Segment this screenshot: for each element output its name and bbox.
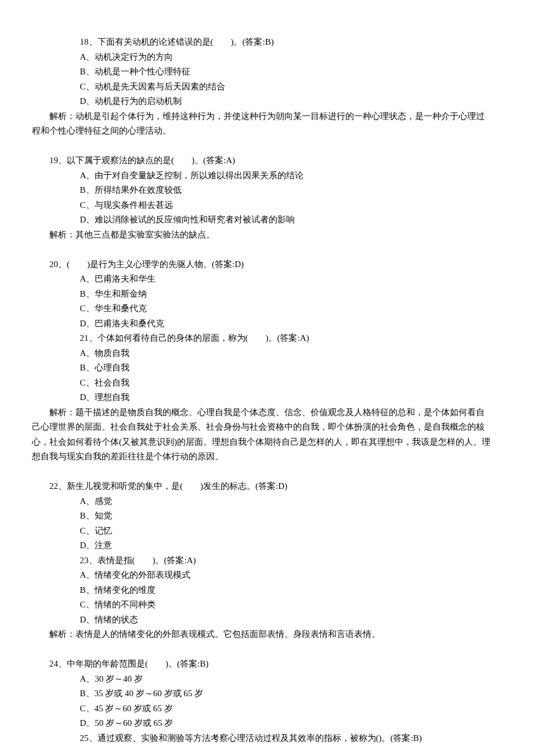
q24-option-a: A、30 岁～40 岁	[32, 672, 502, 687]
q20-option-c: C、华生和桑代克	[32, 301, 502, 316]
q22-stem: 22、新生儿视觉和听觉的集中，是( )发生的标志。(答案:D)	[32, 479, 502, 494]
q21-option-b: B、心理自我	[32, 361, 502, 376]
q18-option-c: C、动机是先天因素与后天因素的结合	[32, 80, 502, 95]
q21-explain-l2: 己心理世界的层面。社会自我处于社会关系、社会身份与社会资格中的自我，即个体扮演的…	[32, 420, 502, 435]
q19-option-a: A、由于对自变量缺乏控制，所以难以得出因果关系的结论	[32, 168, 502, 183]
q21-option-c: C、社会自我	[32, 376, 502, 391]
q21-option-a: A、物质自我	[32, 346, 502, 361]
q18-option-a: A、动机决定行为的方向	[32, 50, 502, 65]
q19-option-d: D、难以消除被试的反应倾向性和研究者对被试者的影响	[32, 213, 502, 228]
q20-option-d: D、巴甫洛夫和桑代克	[32, 316, 502, 332]
q20-option-b: B、华生和斯金纳	[32, 287, 502, 302]
q18-explain: 解析：动机是引起个体行为，维持这种行为，并使这种行为朝向某一目标进行的一种心理状…	[32, 109, 502, 139]
q24-option-d: D、50 岁～60 岁或 65 岁	[32, 716, 502, 731]
q23-option-b: B、情绪变化的维度	[32, 583, 502, 598]
q18-stem: 18、下面有关动机的论述错误的是( )。(答案:B)	[32, 35, 502, 50]
q23-stem: 23、表情是指( )。(答案:A)	[32, 553, 502, 568]
q22-option-c: C、记忆	[32, 524, 502, 539]
q23-option-c: C、情绪的不同种类	[32, 597, 502, 613]
q21-explain-l3: 心，社会如何看待个体(又被其意识到)的层面。理想自我个体期待自己是怎样的人，即在…	[32, 435, 502, 450]
q21-stem: 21、个体如何看待自己的身体的层面，称为( )。(答案:A)	[32, 331, 502, 346]
q24-stem: 24、中年期的年龄范围是( )。(答案:B)	[32, 657, 502, 672]
q18-option-b: B、动机是一种个性心理特征	[32, 64, 502, 80]
q20-stem: 20、( )是行为主义心理学的先驱人物。(答案:D)	[32, 257, 502, 272]
q21-explain-l1: 解析：题干描述的是物质自我的概念。心理自我是个体态度、信念、价值观念及人格特征的…	[32, 405, 502, 420]
q19-stem: 19、以下属于观察法的缺点的是( )。(答案:A)	[32, 153, 502, 168]
q24-option-c: C、45 岁～60 岁或 65 岁	[32, 701, 502, 717]
q21-explain: 解析：题干描述的是物质自我的概念。心理自我是个体态度、信念、价值观念及人格特征的…	[32, 405, 502, 465]
q18-explain-l2: 程和个性心理特征之间的心理活动。	[32, 124, 502, 139]
q23-option-d: D、情绪的状态	[32, 613, 502, 628]
q25-stem: 25、通过观察、实验和测验等方法考察心理活动过程及其效率的指标，被称为()。(答…	[32, 731, 502, 746]
q22-option-b: B、知觉	[32, 509, 502, 524]
q22-option-a: A、感觉	[32, 494, 502, 509]
q19-option-b: B、所得结果外在效度较低	[32, 183, 502, 198]
q19-explain: 解析：其他三点都是实验室实验法的缺点。	[32, 228, 502, 243]
q23-explain: 解析：表情是人的情绪变化的外部表现模式。它包括面部表情、身段表情和言语表情。	[32, 627, 502, 642]
q19-option-c: C、与现实条件相去甚远	[32, 198, 502, 213]
q22-option-d: D、注意	[32, 538, 502, 553]
q18-explain-l1: 解析：动机是引起个体行为，维持这种行为，并使这种行为朝向某一目标进行的一种心理状…	[32, 109, 502, 124]
q20-option-a: A、巴甫洛夫和华生	[32, 272, 502, 287]
q21-explain-l4: 想自我与现实自我的差距往往是个体行动的原因。	[32, 449, 502, 465]
q23-option-a: A、情绪变化的外部表现模式	[32, 568, 502, 583]
q18-option-d: D、动机是行为的启动机制	[32, 94, 502, 109]
q21-option-d: D、理想自我	[32, 390, 502, 405]
q24-option-b: B、35 岁或 40 岁～60 岁或 65 岁	[32, 686, 502, 701]
